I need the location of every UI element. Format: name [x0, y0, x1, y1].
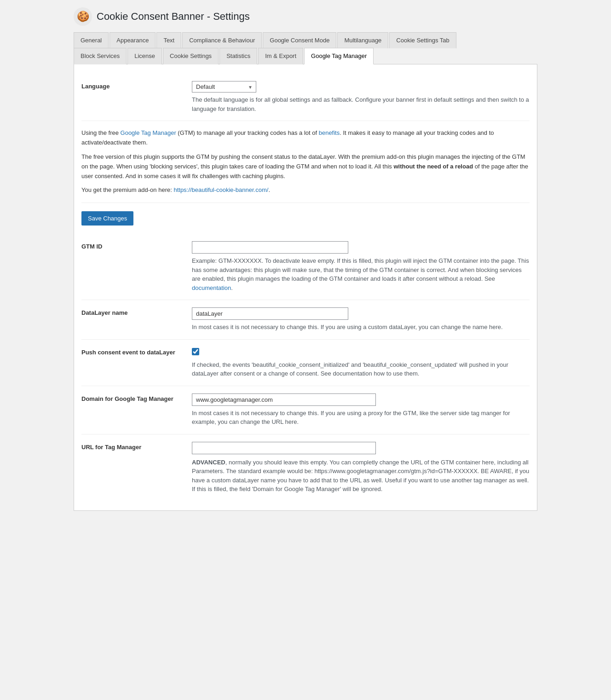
language-field-content: Default ▼ The default language is for al…	[192, 81, 530, 113]
premium-addon-link[interactable]: https://beautiful-cookie-banner.com/	[173, 186, 268, 193]
gtm-link[interactable]: Google Tag Manager	[121, 129, 176, 136]
push-consent-hint: If checked, the events 'beautiful_cookie…	[192, 360, 530, 378]
tab-general[interactable]: General	[74, 32, 109, 48]
tab-license[interactable]: License	[127, 48, 162, 64]
gtm-id-input[interactable]	[192, 241, 348, 254]
gtm-id-row: GTM ID Example: GTM-XXXXXXX. To deactiva…	[81, 234, 530, 300]
save-changes-button[interactable]: Save Changes	[81, 211, 133, 226]
advanced-bold: ADVANCED	[192, 459, 225, 466]
push-consent-label: Push consent event to dataLayer	[81, 347, 183, 356]
push-consent-checkbox[interactable]	[192, 348, 199, 355]
tabs-container: General Appearance Text Compliance & Beh…	[74, 32, 537, 64]
url-tag-manager-row: URL for Tag Manager ADVANCED, normally y…	[81, 434, 530, 501]
language-row: Language Default ▼ The default language …	[81, 74, 530, 121]
info-paragraph-1: Using the free Google Tag Manager (GTM) …	[81, 128, 530, 148]
tab-appearance[interactable]: Appearance	[110, 32, 156, 48]
domain-gtm-row: Domain for Google Tag Manager In most ca…	[81, 386, 530, 434]
language-select[interactable]: Default	[192, 81, 256, 93]
datalayer-name-input[interactable]	[192, 307, 348, 320]
plugin-header: 🍪 Cookie Consent Banner - Settings	[74, 7, 537, 26]
info-p3-suffix: .	[268, 186, 270, 193]
url-tag-manager-hint: ADVANCED, normally you should leave this…	[192, 458, 530, 494]
url-tag-manager-content: ADVANCED, normally you should leave this…	[192, 442, 530, 494]
tab-text[interactable]: Text	[156, 32, 181, 48]
page-wrapper: 🍪 Cookie Consent Banner - Settings Gener…	[66, 0, 545, 518]
tab-multilanguage[interactable]: Multilanguage	[337, 32, 388, 48]
info-section: Using the free Google Tag Manager (GTM) …	[81, 121, 530, 203]
plugin-title: Cookie Consent Banner - Settings	[97, 11, 250, 23]
tab-google-tag-manager[interactable]: Google Tag Manager	[304, 48, 374, 64]
gtm-id-label: GTM ID	[81, 241, 183, 250]
tab-statistics[interactable]: Statistics	[219, 48, 257, 64]
tab-im-export[interactable]: Im & Export	[258, 48, 303, 64]
url-tag-manager-input[interactable]	[192, 442, 376, 454]
documentation-link[interactable]: documentation	[192, 284, 231, 291]
tab-cookie-settings[interactable]: Cookie Settings	[163, 48, 219, 64]
plugin-logo: 🍪	[74, 7, 92, 26]
domain-gtm-input[interactable]	[192, 393, 376, 406]
tab-cookie-settings-tab[interactable]: Cookie Settings Tab	[389, 32, 456, 48]
url-tag-manager-label: URL for Tag Manager	[81, 442, 183, 451]
datalayer-name-hint: In most cases it is not necessary to cha…	[192, 323, 530, 332]
domain-gtm-hint: In most cases it is not necessary to cha…	[192, 409, 530, 427]
language-hint: The default language is for all global s…	[192, 95, 530, 113]
datalayer-name-row: DataLayer name In most cases it is not n…	[81, 300, 530, 340]
domain-gtm-label: Domain for Google Tag Manager	[81, 393, 183, 402]
language-label: Language	[81, 81, 183, 90]
gtm-id-hint: Example: GTM-XXXXXXX. To deactivate leav…	[192, 256, 530, 292]
info-paragraph-3: You get the premium add-on here: https:/…	[81, 185, 530, 195]
tab-google-consent[interactable]: Google Consent Mode	[263, 32, 336, 48]
tab-block-services[interactable]: Block Services	[74, 48, 127, 64]
benefits-link[interactable]: benefits	[319, 129, 340, 136]
info-p1-prefix: Using the free	[81, 129, 121, 136]
language-select-wrap: Default ▼	[192, 81, 256, 93]
domain-gtm-content: In most cases it is not necessary to cha…	[192, 393, 530, 427]
push-consent-content: If checked, the events 'beautiful_cookie…	[192, 347, 530, 378]
gtm-id-content: Example: GTM-XXXXXXX. To deactivate leav…	[192, 241, 530, 292]
tab-compliance[interactable]: Compliance & Behaviour	[182, 32, 262, 48]
content-area: Language Default ▼ The default language …	[74, 64, 537, 510]
info-paragraph-2: The free version of this plugin supports…	[81, 152, 530, 181]
datalayer-name-label: DataLayer name	[81, 307, 183, 316]
bold-text: without the need of a reload	[393, 163, 473, 170]
datalayer-name-content: In most cases it is not necessary to cha…	[192, 307, 530, 332]
info-p1-middle: (GTM) to manage all your tracking codes …	[176, 129, 319, 136]
info-p3-prefix: You get the premium add-on here:	[81, 186, 173, 193]
push-consent-row: Push consent event to dataLayer If check…	[81, 340, 530, 386]
